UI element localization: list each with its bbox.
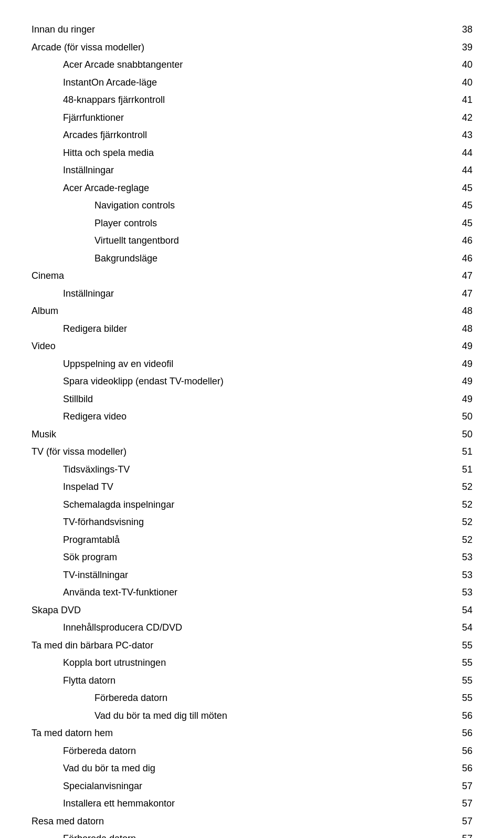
toc-row: Resa med datorn57 xyxy=(32,813,472,831)
toc-row: Bakgrundsläge46 xyxy=(32,250,472,268)
toc-page-number: 53 xyxy=(452,584,472,601)
toc-row: Redigera bilder48 xyxy=(32,320,472,338)
toc-row: Uppspelning av en videofil49 xyxy=(32,355,472,373)
toc-label: Spara videoklipp (endast TV-modeller) xyxy=(32,373,452,390)
toc-label: Redigera video xyxy=(32,408,452,425)
toc-row: TV-förhandsvisning52 xyxy=(32,514,472,531)
toc-label: Player controls xyxy=(32,215,452,232)
toc-label: Förbereda datorn xyxy=(32,831,452,838)
toc-label: Musik xyxy=(32,426,452,443)
toc-row: Stillbild49 xyxy=(32,391,472,408)
toc-page-number: 43 xyxy=(452,127,472,144)
toc-page-number: 51 xyxy=(452,462,472,478)
toc-label: Flytta datorn xyxy=(32,673,452,689)
toc-row: Vad du bör ta med dig56 xyxy=(32,760,472,778)
toc-label: Använda text-TV-funktioner xyxy=(32,584,452,601)
toc-label: Ta med datorn hem xyxy=(32,725,452,742)
toc-label: Virtuellt tangentbord xyxy=(32,233,452,249)
toc-page-number: 49 xyxy=(452,373,472,390)
toc-label: Acer Arcade-reglage xyxy=(32,180,452,197)
toc-row: Ta med datorn hem56 xyxy=(32,725,472,742)
toc-page-number: 40 xyxy=(452,57,472,74)
toc-page-number: 56 xyxy=(452,760,472,777)
toc-label: Installera ett hemmakontor xyxy=(32,795,452,812)
toc-row: Förbereda datorn57 xyxy=(32,830,472,838)
toc-page-number: 55 xyxy=(452,637,472,654)
toc-label: Programtablå xyxy=(32,532,452,549)
toc-row: Inställningar44 xyxy=(32,162,472,180)
toc-label: TV (för vissa modeller) xyxy=(32,444,452,460)
toc-label: Skapa DVD xyxy=(32,602,452,619)
toc-page-number: 45 xyxy=(452,215,472,232)
toc-page-number: 56 xyxy=(452,743,472,760)
toc-label: 48-knappars fjärrkontroll xyxy=(32,92,452,109)
toc-label: Koppla bort utrustningen xyxy=(32,655,452,672)
toc-page-number: 56 xyxy=(452,725,472,742)
toc-row: TV (för vissa modeller)51 xyxy=(32,443,472,461)
toc-label: Tidsväxlings-TV xyxy=(32,462,452,478)
toc-row: Musik50 xyxy=(32,426,472,444)
toc-row: Innan du ringer38 xyxy=(32,21,472,39)
toc-row: Ta med din bärbara PC-dator55 xyxy=(32,637,472,655)
toc-page-number: 54 xyxy=(452,602,472,619)
toc-label: Innehållsproducera CD/DVD xyxy=(32,620,452,636)
toc-row: Förbereda datorn56 xyxy=(32,742,472,760)
toc-label: Inställningar xyxy=(32,286,452,302)
toc-page-number: 52 xyxy=(452,479,472,496)
toc-page-number: 50 xyxy=(452,408,472,425)
toc-label: Vad du bör ta med dig till möten xyxy=(32,708,452,725)
toc-page-number: 57 xyxy=(452,831,472,838)
toc-page-number: 41 xyxy=(452,92,472,109)
toc-label: Acer Arcade snabbtangenter xyxy=(32,57,452,74)
toc-page-number: 48 xyxy=(452,303,472,320)
toc-label: TV-inställningar xyxy=(32,567,452,584)
toc-label: Sök program xyxy=(32,549,452,566)
toc-page-number: 40 xyxy=(452,75,472,91)
toc-row: Inställningar47 xyxy=(32,285,472,303)
table-of-contents: Innan du ringer38Arcade (för vissa model… xyxy=(32,21,472,838)
toc-row: Flytta datorn55 xyxy=(32,672,472,690)
toc-row: Arcades fjärrkontroll43 xyxy=(32,127,472,144)
toc-row: Player controls45 xyxy=(32,215,472,233)
toc-row: Cinema47 xyxy=(32,267,472,285)
toc-row: Sök program53 xyxy=(32,549,472,567)
toc-row: Specialanvisningar57 xyxy=(32,778,472,795)
toc-page-number: 38 xyxy=(452,22,472,38)
toc-page-number: 55 xyxy=(452,673,472,689)
toc-label: Specialanvisningar xyxy=(32,778,452,795)
toc-page-number: 57 xyxy=(452,813,472,830)
toc-page-number: 44 xyxy=(452,162,472,179)
toc-page-number: 46 xyxy=(452,250,472,267)
toc-label: Uppspelning av en videofil xyxy=(32,356,452,373)
toc-page-number: 57 xyxy=(452,778,472,795)
toc-page-number: 56 xyxy=(452,708,472,725)
toc-row: Schemalagda inspelningar52 xyxy=(32,496,472,514)
toc-label: Navigation controls xyxy=(32,197,452,214)
toc-label: Resa med datorn xyxy=(32,813,452,830)
toc-page-number: 52 xyxy=(452,497,472,514)
toc-page-number: 45 xyxy=(452,180,472,197)
toc-label: Album xyxy=(32,303,452,320)
toc-row: Programtablå52 xyxy=(32,531,472,549)
toc-page-number: 57 xyxy=(452,795,472,812)
toc-label: Bakgrundsläge xyxy=(32,250,452,267)
toc-label: Vad du bör ta med dig xyxy=(32,760,452,777)
toc-page-number: 47 xyxy=(452,286,472,302)
toc-label: InstantOn Arcade-läge xyxy=(32,75,452,91)
toc-row: Förbereda datorn55 xyxy=(32,689,472,707)
toc-label: Cinema xyxy=(32,268,452,285)
toc-label: Schemalagda inspelningar xyxy=(32,497,452,514)
toc-page-number: 52 xyxy=(452,514,472,531)
toc-row: Acer Arcade snabbtangenter40 xyxy=(32,56,472,74)
toc-label: TV-förhandsvisning xyxy=(32,514,452,531)
toc-row: Video49 xyxy=(32,338,472,355)
toc-row: TV-inställningar53 xyxy=(32,567,472,584)
toc-page-number: 42 xyxy=(452,110,472,127)
toc-label: Video xyxy=(32,338,452,355)
toc-label: Ta med din bärbara PC-dator xyxy=(32,637,452,654)
toc-label: Inställningar xyxy=(32,162,452,179)
toc-page-number: 55 xyxy=(452,655,472,672)
toc-row: Vad du bör ta med dig till möten56 xyxy=(32,707,472,725)
toc-row: Fjärrfunktioner42 xyxy=(32,109,472,127)
toc-row: Koppla bort utrustningen55 xyxy=(32,654,472,672)
